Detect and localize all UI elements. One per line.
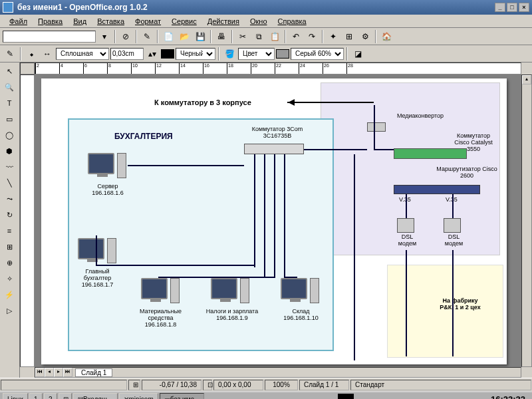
tray-indicator-icon[interactable] — [338, 394, 354, 399]
line-arrow-icon[interactable]: ↔ — [40, 47, 55, 61]
task-2[interactable]: ✕ minicom — [119, 393, 158, 399]
cisco-router-device[interactable] — [394, 185, 480, 194]
edit-icon[interactable]: ✎ — [140, 29, 154, 44]
menu-actions[interactable]: Действия — [203, 16, 243, 27]
zoom-tool-icon[interactable]: 🔍 — [1, 80, 17, 94]
menu-format[interactable]: Формат — [131, 16, 165, 27]
url-input[interactable] — [3, 31, 96, 43]
paste-icon[interactable]: 📋 — [267, 29, 282, 44]
status-msg — [1, 380, 127, 390]
hyperlink-icon[interactable]: ⚙ — [358, 29, 372, 44]
menu-help[interactable]: Справка — [274, 16, 311, 27]
width-spinner[interactable]: ▴▾ — [145, 47, 160, 61]
arrow-tool-icon[interactable]: ✎ — [3, 47, 17, 61]
rotate-tool-icon[interactable]: ↻ — [1, 207, 17, 222]
tab-last-icon[interactable]: ⏭ — [63, 368, 72, 377]
gallery-icon[interactable]: 🏠 — [379, 29, 394, 44]
dsl-modem-2[interactable] — [444, 218, 461, 233]
vertical-scrollbar[interactable]: ▴ — [521, 74, 532, 367]
ellipse-tool-icon[interactable]: ◯ — [1, 128, 17, 142]
navigator-icon[interactable]: ✦ — [326, 29, 340, 44]
scroll-up-icon[interactable]: ▴ — [522, 75, 531, 84]
text-tool-icon[interactable]: T — [1, 96, 17, 110]
horizontal-scrollbar[interactable]: ⏮ ◂ ▸ ⏭ Слайд 1 — [35, 367, 521, 378]
line-width-input[interactable] — [110, 48, 144, 60]
fill-type-select[interactable]: Цвет — [238, 48, 275, 60]
undo-icon[interactable]: ↶ — [289, 29, 303, 44]
desktop-1-button[interactable]: 1 — [29, 393, 43, 399]
tray-icon[interactable]: ⊞ — [59, 393, 72, 399]
task-1[interactable]: ✉ Входящ... — [73, 393, 118, 399]
menu-view[interactable]: Вид — [69, 16, 90, 27]
line-color-swatch[interactable] — [161, 49, 174, 59]
slide-page[interactable]: К коммутатору в 3 корпусе БУХГАЛТЕРИЯ Ме… — [41, 78, 507, 364]
menu-window[interactable]: Окно — [246, 16, 271, 27]
new-icon[interactable]: 📄 — [161, 29, 176, 44]
cisco-switch-device[interactable] — [394, 148, 467, 159]
taxes-tower[interactable] — [240, 278, 249, 303]
open-icon[interactable]: 📂 — [177, 29, 192, 44]
connector-tool-icon[interactable]: ⤳ — [1, 192, 17, 206]
task-3-active[interactable]: ▭ без име... — [160, 393, 205, 399]
menu-insert[interactable]: Вставка — [93, 16, 128, 27]
shadow-icon[interactable]: ◪ — [350, 47, 365, 61]
fill-color-swatch[interactable] — [276, 49, 289, 59]
menu-file[interactable]: Файл — [5, 16, 31, 27]
insert-tool-icon[interactable]: ⊕ — [1, 255, 17, 270]
warehouse-tower[interactable] — [310, 278, 319, 303]
mediaconv-device[interactable] — [367, 122, 386, 132]
print-icon[interactable]: 🖶 — [214, 29, 229, 44]
align-tool-icon[interactable]: ≡ — [1, 223, 17, 238]
canvas[interactable]: К коммутатору в 3 корпусе БУХГАЛТЕРИЯ Ме… — [35, 74, 521, 367]
line-end-icon[interactable]: ⬥ — [24, 47, 39, 61]
menu-tools[interactable]: Сервис — [168, 16, 201, 27]
fill-color-select[interactable]: Серый 60% — [291, 48, 344, 60]
arrange-tool-icon[interactable]: ⊞ — [1, 239, 17, 254]
slide-tab[interactable]: Слайд 1 — [75, 368, 112, 377]
save-icon[interactable]: 💾 — [193, 29, 207, 44]
chief-tower[interactable] — [107, 238, 116, 263]
copy-icon[interactable]: ⧉ — [251, 29, 266, 44]
chart-icon[interactable]: ⊞ — [342, 29, 356, 44]
desktop-2-button[interactable]: 2 — [44, 393, 57, 399]
ruler-vertical[interactable] — [20, 74, 35, 367]
line-tool-icon[interactable]: ╲ — [1, 176, 17, 190]
tab-next-icon[interactable]: ▸ — [54, 368, 63, 377]
server-label: Сервер 196.168.1.6 — [81, 184, 134, 197]
dsl-modem-1[interactable] — [397, 218, 414, 233]
server-device[interactable] — [88, 153, 114, 174]
ruler-horizontal[interactable]: 24 68 1012 1416 1820 2224 2628 — [35, 63, 521, 74]
cut-icon[interactable]: ✂ — [235, 29, 250, 44]
presentation-icon[interactable]: ▷ — [1, 303, 17, 318]
interaction-icon[interactable]: ⚡ — [1, 287, 17, 302]
close-button[interactable]: × — [519, 3, 529, 12]
taxes-pc[interactable] — [211, 278, 237, 299]
dropdown-icon[interactable]: ▾ — [97, 29, 112, 44]
materials-pc[interactable] — [141, 278, 168, 299]
switch-3com-device[interactable] — [244, 144, 304, 154]
line-style-select[interactable]: Сплошная — [56, 48, 109, 60]
line-color-select[interactable]: Черный — [176, 48, 215, 60]
maximize-button[interactable]: □ — [507, 3, 517, 12]
select-tool-icon[interactable]: ↖ — [1, 64, 17, 78]
effects-tool-icon[interactable]: ✧ — [1, 271, 17, 286]
fill-icon[interactable]: 🪣 — [222, 47, 237, 61]
status-zoom[interactable]: 100% — [265, 380, 298, 390]
menu-edit[interactable]: Правка — [34, 16, 66, 27]
chief-pc[interactable] — [78, 238, 104, 259]
stop-icon[interactable]: ⊘ — [118, 29, 133, 44]
chief-label: Главный бухгалтер 196.168.1.7 — [69, 269, 126, 289]
tab-prev-icon[interactable]: ◂ — [45, 368, 54, 377]
minimize-button[interactable]: _ — [495, 3, 505, 12]
start-button[interactable]: Linux — [3, 393, 28, 399]
3d-tool-icon[interactable]: ⬢ — [1, 144, 17, 158]
redo-icon[interactable]: ↷ — [305, 29, 319, 44]
clock[interactable]: 16:23:32 — [487, 394, 529, 400]
rect-tool-icon[interactable]: ▭ — [1, 112, 17, 126]
factory-zone[interactable] — [387, 265, 503, 358]
tab-first-icon[interactable]: ⏮ — [35, 368, 45, 377]
server-tower[interactable] — [117, 153, 126, 178]
curve-tool-icon[interactable]: 〰 — [1, 160, 17, 174]
materials-tower[interactable] — [170, 278, 180, 303]
warehouse-pc[interactable] — [281, 278, 307, 299]
